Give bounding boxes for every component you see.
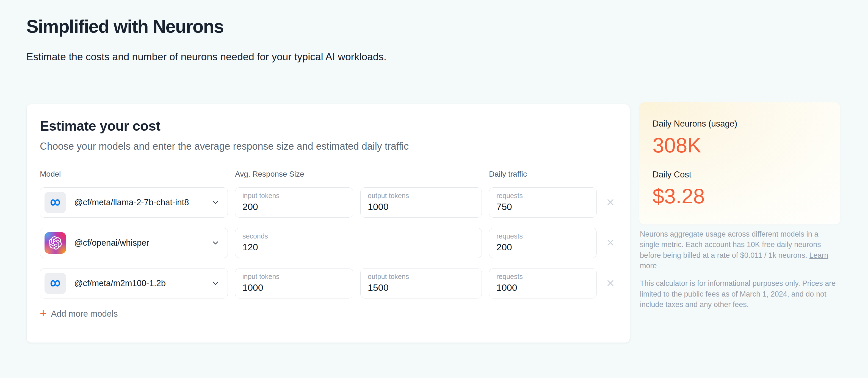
column-header-model: Model xyxy=(40,170,228,178)
output-tokens-field[interactable]: output tokens xyxy=(360,187,482,217)
requests-input[interactable] xyxy=(496,281,589,293)
input-tokens-label: input tokens xyxy=(242,273,346,281)
model-row: @cf/meta/m2m100-1.2binput tokensoutput t… xyxy=(40,268,617,298)
model-select[interactable]: @cf/openai/whisper xyxy=(40,228,228,258)
input-tokens-field[interactable]: input tokens xyxy=(235,268,353,298)
input-tokens-input[interactable] xyxy=(242,200,346,212)
requests-field[interactable]: requests xyxy=(489,268,597,298)
close-icon xyxy=(605,237,616,249)
requests-field[interactable]: requests xyxy=(489,187,597,217)
daily-cost-label: Daily Cost xyxy=(652,170,827,180)
seconds-field[interactable]: seconds xyxy=(235,228,482,258)
requests-label: requests xyxy=(496,232,589,240)
close-icon xyxy=(605,197,616,208)
daily-cost-value: $3.28 xyxy=(652,184,827,208)
footnotes: Neurons aggregate usage across different… xyxy=(640,229,837,310)
model-select[interactable]: @cf/meta/llama-2-7b-chat-int8 xyxy=(40,187,228,217)
close-icon xyxy=(605,278,616,289)
input-tokens-label: input tokens xyxy=(242,192,346,200)
output-tokens-input[interactable] xyxy=(368,281,474,293)
disclaimer-footnote: This calculator is for informational pur… xyxy=(640,278,837,310)
model-rows: @cf/meta/llama-2-7b-chat-int8input token… xyxy=(40,187,617,298)
model-name: @cf/openai/whisper xyxy=(74,238,149,248)
input-tokens-input[interactable] xyxy=(242,281,346,293)
neurons-footnote-text: Neurons aggregate usage across different… xyxy=(640,230,821,259)
pricing-calculator-page: Simplified with Neurons Estimate the cos… xyxy=(0,0,868,378)
neurons-footnote: Neurons aggregate usage across different… xyxy=(640,229,837,271)
model-name: @cf/meta/llama-2-7b-chat-int8 xyxy=(74,198,189,207)
requests-field[interactable]: requests xyxy=(489,228,597,258)
chevron-down-icon xyxy=(211,198,220,207)
remove-model-button[interactable] xyxy=(604,278,617,289)
requests-input[interactable] xyxy=(496,240,589,253)
chevron-down-icon xyxy=(211,279,220,288)
meta-icon xyxy=(44,273,66,294)
output-tokens-input[interactable] xyxy=(368,200,474,212)
chevron-down-icon xyxy=(211,238,220,247)
meta-icon xyxy=(44,192,66,213)
plus-icon: + xyxy=(40,308,47,319)
daily-neurons-value: 308K xyxy=(652,133,827,157)
add-more-models-label: Add more models xyxy=(51,309,118,319)
openai-icon xyxy=(44,232,66,254)
page-subtitle: Estimate the costs and number of neurons… xyxy=(26,51,386,63)
output-tokens-label: output tokens xyxy=(368,273,474,281)
model-row: @cf/meta/llama-2-7b-chat-int8input token… xyxy=(40,187,617,217)
page-title: Simplified with Neurons xyxy=(26,16,223,37)
remove-model-button[interactable] xyxy=(604,197,617,208)
card-title: Estimate your cost xyxy=(40,118,617,134)
requests-input[interactable] xyxy=(496,200,589,212)
requests-label: requests xyxy=(496,192,589,200)
requests-label: requests xyxy=(496,273,589,281)
model-select[interactable]: @cf/meta/m2m100-1.2b xyxy=(40,268,228,298)
daily-neurons-label: Daily Neurons (usage) xyxy=(652,119,827,129)
output-tokens-label: output tokens xyxy=(368,192,474,200)
column-header-daily-traffic: Daily traffic xyxy=(489,170,597,178)
remove-model-button[interactable] xyxy=(604,237,617,249)
input-tokens-field[interactable]: input tokens xyxy=(235,187,353,217)
seconds-label: seconds xyxy=(242,232,474,240)
add-more-models-button[interactable]: + Add more models xyxy=(40,309,118,319)
summary-panel: Daily Neurons (usage) 308K Daily Cost $3… xyxy=(639,103,840,225)
column-headers: Model Avg. Response Size Daily traffic xyxy=(40,170,617,178)
card-subtitle: Choose your models and enter the average… xyxy=(40,141,617,152)
output-tokens-field[interactable]: output tokens xyxy=(360,268,482,298)
column-header-avg-response-size: Avg. Response Size xyxy=(235,170,353,178)
seconds-input[interactable] xyxy=(242,240,474,253)
model-row: @cf/openai/whispersecondsrequests xyxy=(40,228,617,258)
estimate-cost-card: Estimate your cost Choose your models an… xyxy=(26,104,630,343)
model-name: @cf/meta/m2m100-1.2b xyxy=(74,279,166,288)
